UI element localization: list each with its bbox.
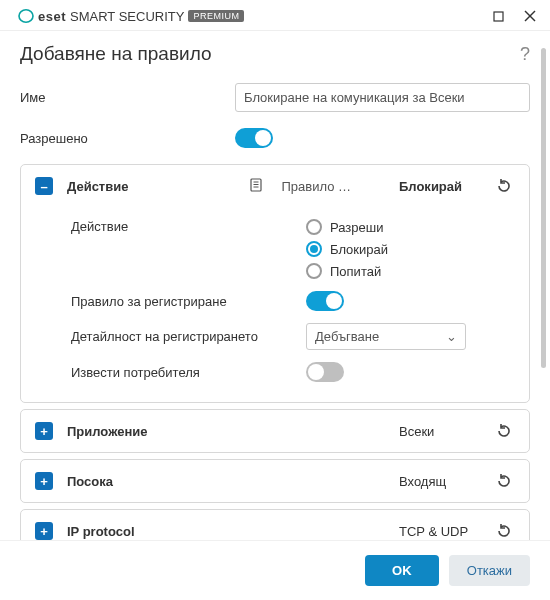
window-controls: [490, 8, 538, 24]
log-detail-select[interactable]: Дебъгване ⌄: [306, 323, 466, 350]
radio-ask[interactable]: Попитай: [306, 263, 388, 279]
log-rule-toggle[interactable]: [306, 291, 344, 311]
panel-application-head[interactable]: + Приложение Всеки: [21, 410, 529, 452]
radio-ask-label: Попитай: [330, 264, 381, 279]
radio-icon: [306, 263, 322, 279]
close-icon: [524, 10, 536, 22]
radio-block[interactable]: Блокирай: [306, 241, 388, 257]
reset-icon: [495, 422, 513, 440]
action-option-label: Действие: [71, 219, 306, 234]
radio-icon: [306, 219, 322, 235]
titlebar: eset SMART SECURITY PREMIUM: [0, 0, 550, 31]
page-title: Добавяне на правило: [20, 43, 212, 65]
enabled-toggle[interactable]: [235, 128, 273, 148]
log-detail-label: Детайлност на регистрирането: [71, 329, 306, 344]
notify-toggle[interactable]: [306, 362, 344, 382]
form-area: Име Разрешено – Действие Правило … Блоки…: [0, 73, 550, 553]
panel-direction: + Посока Входящ: [20, 459, 530, 503]
brand: eset SMART SECURITY PREMIUM: [18, 8, 244, 24]
panel-application: + Приложение Всеки: [20, 409, 530, 453]
enabled-label: Разрешено: [20, 131, 235, 146]
expand-icon: +: [35, 422, 53, 440]
reset-icon: [495, 522, 513, 540]
panel-action: – Действие Правило … Блокирай Действие Р…: [20, 164, 530, 403]
panel-direction-reset[interactable]: [493, 472, 515, 490]
radio-allow-label: Разреши: [330, 220, 383, 235]
radio-icon: [306, 241, 322, 257]
ok-button[interactable]: OK: [365, 555, 439, 586]
footer: OK Откажи: [0, 540, 550, 600]
panel-action-value: Блокирай: [399, 179, 479, 194]
name-row: Име: [20, 77, 530, 122]
header: Добавяне на правило ?: [0, 31, 550, 73]
panel-protocol-value: TCP & UDP: [399, 524, 479, 539]
name-label: Име: [20, 90, 235, 105]
panel-direction-head[interactable]: + Посока Входящ: [21, 460, 529, 502]
panel-direction-value: Входящ: [399, 474, 479, 489]
panel-protocol-title: IP protocol: [67, 524, 135, 539]
eset-logo-icon: [18, 8, 34, 24]
scrollbar[interactable]: [541, 48, 546, 528]
log-rule-row: Правило за регистриране: [71, 285, 515, 317]
notify-label: Извести потребителя: [71, 365, 306, 380]
maximize-button[interactable]: [490, 8, 506, 24]
brand-company: eset: [38, 9, 66, 24]
panel-action-body: Действие Разреши Блокирай Попитай: [21, 207, 529, 402]
reset-icon: [495, 177, 513, 195]
radio-allow[interactable]: Разреши: [306, 219, 388, 235]
collapse-icon: –: [35, 177, 53, 195]
log-rule-label: Правило за регистриране: [71, 294, 306, 309]
panel-application-value: Всеки: [399, 424, 479, 439]
log-detail-value: Дебъгване: [315, 329, 379, 344]
action-option-row: Действие Разреши Блокирай Попитай: [71, 213, 515, 285]
panel-application-reset[interactable]: [493, 422, 515, 440]
expand-icon: +: [35, 472, 53, 490]
help-button[interactable]: ?: [520, 44, 530, 65]
enabled-row: Разрешено: [20, 122, 530, 158]
chevron-down-icon: ⌄: [446, 329, 457, 344]
brand-product: SMART SECURITY: [70, 9, 184, 24]
panel-protocol-reset[interactable]: [493, 522, 515, 540]
brand-edition: PREMIUM: [188, 10, 244, 22]
notify-row: Извести потребителя: [71, 356, 515, 388]
panel-action-title: Действие: [67, 179, 128, 194]
reset-icon: [495, 472, 513, 490]
preset-icon: [249, 178, 263, 195]
action-radio-group: Разреши Блокирай Попитай: [306, 219, 388, 279]
panel-application-title: Приложение: [67, 424, 147, 439]
panel-action-reset[interactable]: [493, 177, 515, 195]
maximize-icon: [493, 11, 504, 22]
log-detail-row: Детайлност на регистрирането Дебъгване ⌄: [71, 317, 515, 356]
panel-action-preset: Правило …: [281, 179, 351, 194]
panel-action-head[interactable]: – Действие Правило … Блокирай: [21, 165, 529, 207]
radio-block-label: Блокирай: [330, 242, 388, 257]
svg-rect-1: [494, 12, 503, 21]
close-button[interactable]: [522, 8, 538, 24]
scrollbar-thumb[interactable]: [541, 48, 546, 368]
svg-point-0: [19, 10, 33, 22]
expand-icon: +: [35, 522, 53, 540]
cancel-button[interactable]: Откажи: [449, 555, 530, 586]
name-input[interactable]: [235, 83, 530, 112]
panel-direction-title: Посока: [67, 474, 113, 489]
